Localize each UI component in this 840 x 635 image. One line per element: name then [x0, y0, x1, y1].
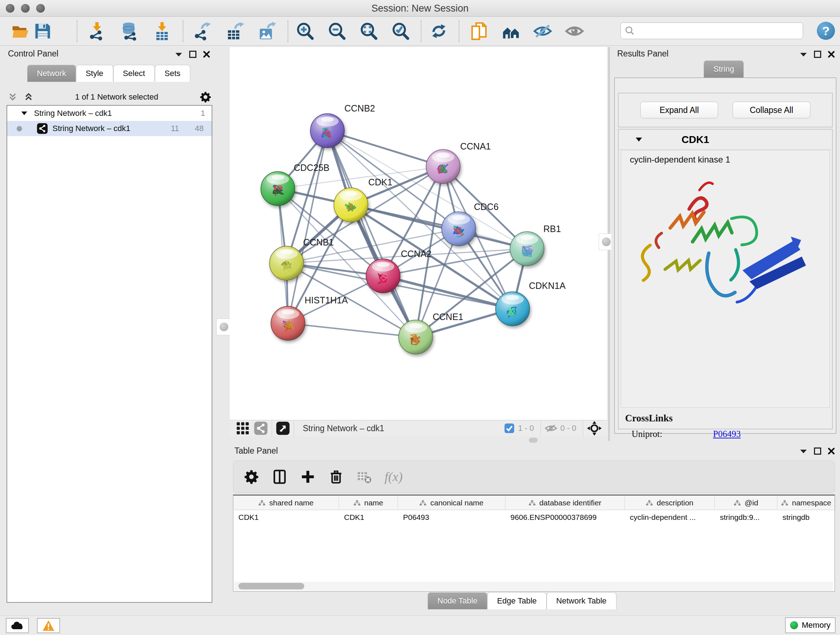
network-node-HIST1H1A[interactable]: [271, 306, 305, 340]
panel-float-icon[interactable]: [814, 51, 821, 58]
zoom-in-button[interactable]: [295, 21, 315, 41]
panel-splitter-handle[interactable]: [216, 318, 232, 335]
network-node-CCNA1[interactable]: [426, 149, 460, 184]
panel-float-icon[interactable]: [189, 51, 196, 58]
column-header-5[interactable]: @id: [715, 496, 777, 510]
collapse-all-button[interactable]: Collapse All: [733, 102, 810, 119]
network-node-CCNA2[interactable]: [366, 259, 400, 293]
collapse-all-icon[interactable]: [7, 92, 18, 103]
table-options-gear-icon[interactable]: [243, 469, 259, 485]
home-button[interactable]: [501, 21, 521, 41]
network-edge-CCNB2-HIST1H1A[interactable]: [288, 131, 327, 323]
memory-button[interactable]: Memory: [785, 617, 836, 633]
tab-network[interactable]: Network: [27, 65, 76, 82]
network-node-CDKN1A[interactable]: [496, 292, 530, 326]
cloud-status-button[interactable]: [6, 618, 29, 633]
panel-splitter-handle[interactable]: [529, 438, 538, 443]
import-table-file-button[interactable]: [152, 21, 172, 41]
help-button[interactable]: ?: [817, 22, 835, 40]
expand-all-icon[interactable]: [23, 92, 34, 103]
panel-close-icon[interactable]: [828, 448, 835, 455]
export-network-button[interactable]: [192, 21, 212, 41]
panel-float-icon[interactable]: [814, 448, 821, 455]
zoom-selected-button[interactable]: [390, 21, 411, 41]
table-cell[interactable]: CDK1: [339, 510, 398, 525]
panel-menu-icon[interactable]: [175, 52, 183, 57]
network-node-RB1[interactable]: [510, 232, 544, 266]
network-node-CCNB2[interactable]: [310, 114, 344, 148]
tab-sets[interactable]: Sets: [155, 65, 190, 82]
delete-table-icon[interactable]: [356, 469, 372, 485]
network-edge-CDK1-RB1[interactable]: [351, 205, 527, 249]
panel-menu-icon[interactable]: [799, 448, 807, 454]
tab-string[interactable]: String: [704, 60, 744, 78]
table-cell[interactable]: stringdb:9...: [715, 510, 777, 525]
import-network-file-button[interactable]: [87, 21, 107, 41]
table-cell[interactable]: CDK1: [233, 510, 339, 525]
network-graph[interactable]: CCNB2CCNA1CDC25BCDK1CDC6RB1CCNB1CCNA2CDK…: [230, 47, 607, 420]
save-session-button[interactable]: [33, 21, 53, 41]
tab-node-table[interactable]: Node Table: [428, 592, 487, 609]
selected-checkbox-icon[interactable]: [504, 423, 515, 434]
delete-column-trash-icon[interactable]: [328, 469, 344, 485]
show-columns-icon[interactable]: [272, 469, 287, 485]
panel-close-icon[interactable]: [828, 51, 835, 58]
network-node-CDC6[interactable]: [442, 212, 476, 246]
panel-close-icon[interactable]: [203, 51, 210, 58]
column-header-4[interactable]: description: [625, 496, 715, 510]
warnings-button[interactable]: [37, 618, 60, 633]
table-cell[interactable]: P06493: [398, 510, 505, 525]
column-header-2[interactable]: canonical name: [398, 496, 505, 510]
network-edge-CCNB2-CCNA1[interactable]: [327, 131, 443, 166]
tab-network-table[interactable]: Network Table: [546, 592, 616, 609]
share-view-icon[interactable]: [254, 421, 268, 435]
function-builder-button[interactable]: f(x): [385, 469, 403, 485]
network-node-CCNB1[interactable]: [270, 246, 303, 280]
collection-expander-icon[interactable]: [21, 111, 27, 116]
gear-icon[interactable]: [199, 91, 212, 103]
section-expander-icon[interactable]: [635, 137, 643, 142]
add-column-plus-icon[interactable]: [300, 469, 316, 485]
panel-menu-icon[interactable]: [799, 52, 807, 57]
column-header-3[interactable]: database identifier: [505, 496, 625, 510]
tab-edge-table[interactable]: Edge Table: [487, 592, 546, 609]
hidden-eye-slash-icon[interactable]: [545, 422, 557, 435]
network-node-CDK1[interactable]: [334, 188, 368, 222]
zoom-out-button[interactable]: [327, 21, 347, 41]
tab-select[interactable]: Select: [113, 65, 155, 82]
network-edge-CCNB2-CCNE1[interactable]: [327, 131, 416, 337]
birds-eye-view-icon[interactable]: [587, 421, 602, 436]
grid-view-icon[interactable]: [235, 421, 250, 435]
network-view-canvas[interactable]: CCNB2CCNA1CDC25BCDK1CDC6RB1CCNB1CCNA2CDK…: [230, 47, 607, 436]
show-panel-button[interactable]: [564, 21, 584, 41]
open-session-button[interactable]: [10, 21, 30, 41]
network-node-CCNE1[interactable]: [399, 320, 433, 354]
tab-style[interactable]: Style: [76, 65, 113, 82]
import-network-database-button[interactable]: [119, 21, 140, 41]
table-cell[interactable]: stringdb: [777, 510, 835, 525]
network-collection-row[interactable]: String Network – cdk1 1: [7, 106, 212, 121]
expand-all-button[interactable]: Expand All: [640, 102, 718, 119]
apply-layout-button[interactable]: [429, 21, 449, 41]
column-header-0[interactable]: shared name: [233, 496, 339, 510]
table-cell[interactable]: cyclin-dependent ...: [625, 510, 715, 525]
uniprot-link[interactable]: P06493: [713, 429, 741, 439]
network-node-CDC25B[interactable]: [261, 172, 295, 206]
column-header-6[interactable]: namespace: [777, 496, 835, 510]
node-label-RB1: RB1: [543, 224, 561, 234]
search-input[interactable]: [635, 26, 794, 35]
table-cell[interactable]: 9606.ENSP00000378699: [505, 510, 625, 525]
scrollbar-thumb[interactable]: [238, 583, 304, 589]
copy-documents-button[interactable]: [469, 21, 489, 41]
hide-panels-button[interactable]: [532, 21, 553, 41]
zoom-fit-button[interactable]: [358, 21, 379, 41]
export-table-button[interactable]: [224, 21, 245, 41]
export-image-button[interactable]: [256, 21, 276, 41]
horizontal-scrollbar[interactable]: [234, 582, 833, 591]
node-label-CCNA1: CCNA1: [460, 141, 491, 151]
column-header-1[interactable]: name: [339, 496, 398, 510]
network-row[interactable]: String Network – cdk1 11 48: [7, 121, 212, 136]
open-in-window-icon[interactable]: [276, 421, 290, 435]
table-row[interactable]: CDK1CDK1P064939606.ENSP00000378699cyclin…: [233, 510, 835, 525]
node-label-HIST1H1A: HIST1H1A: [305, 295, 348, 305]
